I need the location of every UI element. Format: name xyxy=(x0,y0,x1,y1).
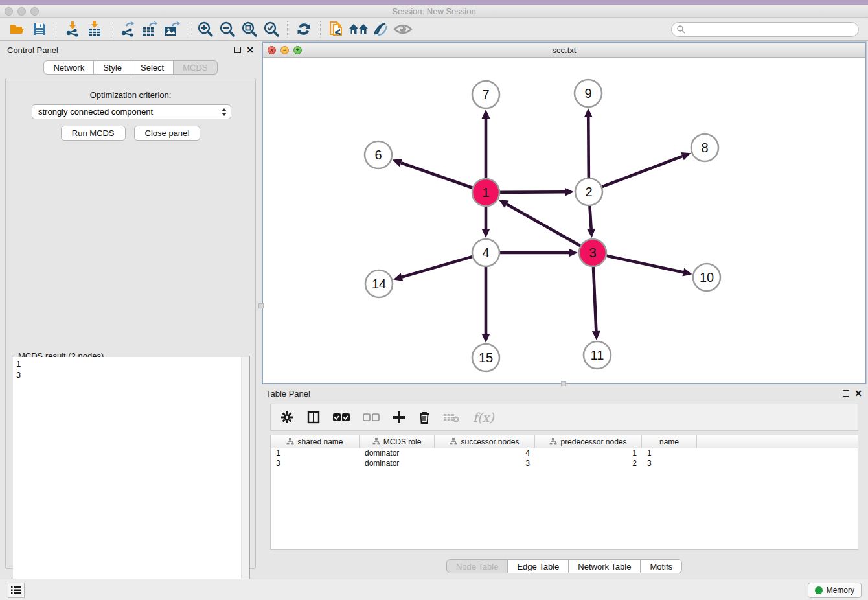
close-panel-icon[interactable]: ✕ xyxy=(246,47,254,53)
column-header-MCDS-role[interactable]: MCDS role xyxy=(360,435,435,448)
window-edge xyxy=(0,0,868,5)
edge-2-8[interactable] xyxy=(602,156,683,187)
float-table-panel-icon[interactable] xyxy=(843,390,849,397)
edge-3-11[interactable] xyxy=(593,267,596,331)
export-table-icon[interactable] xyxy=(139,19,161,39)
status-bar: Memory xyxy=(0,579,868,600)
main-toolbar xyxy=(0,18,868,41)
arrowhead-3-11 xyxy=(592,331,600,340)
search-box[interactable] xyxy=(671,22,859,37)
edge-1-2[interactable] xyxy=(500,192,565,192)
search-input[interactable] xyxy=(685,25,858,34)
toolbar-separator xyxy=(320,21,321,38)
search-icon xyxy=(676,25,685,34)
edge-2-3[interactable] xyxy=(589,206,591,229)
zoom-in-icon[interactable] xyxy=(194,19,216,39)
optimization-criterion-label: Optimization criterion: xyxy=(6,90,255,100)
show-all-icon[interactable] xyxy=(392,19,414,39)
edge-3-1[interactable] xyxy=(507,204,580,246)
zoom-fit-icon[interactable] xyxy=(238,19,260,39)
memory-button[interactable]: Memory xyxy=(808,583,862,598)
export-image-icon[interactable] xyxy=(161,19,183,39)
network-window-titlebar[interactable]: x − + scc.txt xyxy=(263,43,865,58)
cell-MCDS-role[interactable]: dominator xyxy=(360,459,435,469)
close-table-panel-icon[interactable]: ✕ xyxy=(854,390,862,397)
column-header-name[interactable]: name xyxy=(642,435,697,448)
first-neighbors-icon[interactable] xyxy=(348,19,370,39)
edge-4-14[interactable] xyxy=(402,257,472,277)
tab-network[interactable]: Network xyxy=(43,60,94,75)
cell-shared-name[interactable]: 1 xyxy=(271,448,360,459)
run-mcds-button[interactable]: Run MCDS xyxy=(61,126,126,141)
arrowhead-1-4 xyxy=(482,229,490,238)
cell-predecessor-nodes[interactable]: 2 xyxy=(535,459,642,469)
save-session-icon[interactable] xyxy=(29,19,51,39)
memory-status-icon xyxy=(815,586,823,594)
column-type-icon xyxy=(450,438,457,445)
vertical-splitter-handle[interactable] xyxy=(258,303,264,308)
import-table-icon[interactable] xyxy=(84,19,106,39)
cell-name[interactable]: 3 xyxy=(642,459,697,469)
export-network-icon[interactable] xyxy=(117,19,139,39)
edge-1-6[interactable] xyxy=(401,163,472,188)
show-column-panel-icon[interactable] xyxy=(307,411,320,424)
node-label-9: 9 xyxy=(584,86,591,100)
float-panel-icon[interactable] xyxy=(234,47,241,53)
arrowhead-1-7 xyxy=(482,110,490,119)
hide-selected-icon[interactable] xyxy=(370,19,392,39)
column-header-predecessor-nodes[interactable]: predecessor nodes xyxy=(535,435,642,448)
select-all-icon[interactable] xyxy=(333,413,350,422)
column-header-successor-nodes[interactable]: successor nodes xyxy=(435,435,535,448)
cell-name[interactable]: 1 xyxy=(642,448,697,459)
edge-2-9[interactable] xyxy=(588,117,589,178)
column-type-icon xyxy=(286,438,294,445)
import-network-icon[interactable] xyxy=(62,19,84,39)
tab-edge-table[interactable]: Edge Table xyxy=(508,559,569,573)
cell-successor-nodes[interactable]: 4 xyxy=(435,448,535,459)
tab-network-table[interactable]: Network Table xyxy=(569,559,641,573)
table-row[interactable]: 3dominator323 xyxy=(271,459,858,469)
control-panel: Control Panel ✕ NetworkStyleSelectMCDS O… xyxy=(3,42,258,571)
node-label-8: 8 xyxy=(701,141,708,155)
table-tabs: Node TableEdge TableNetwork TableMotifs xyxy=(262,559,866,573)
toolbar-separator xyxy=(287,21,288,38)
task-history-button[interactable] xyxy=(8,583,25,598)
node-label-6: 6 xyxy=(374,148,382,162)
cell-predecessor-nodes[interactable]: 1 xyxy=(535,448,642,459)
zoom-selected-icon[interactable] xyxy=(260,19,282,39)
mcds-result-text[interactable]: 1 3 xyxy=(13,357,249,600)
toolbar-separator xyxy=(111,21,111,38)
node-label-7: 7 xyxy=(482,87,489,102)
column-type-icon xyxy=(372,438,380,445)
toolbar-separator xyxy=(188,21,188,38)
column-header-shared-name[interactable]: shared name xyxy=(271,435,360,448)
result-scrollbar[interactable] xyxy=(241,357,249,600)
criterion-dropdown[interactable]: strongly connected component xyxy=(32,104,231,119)
delete-column-icon[interactable] xyxy=(443,411,460,423)
arrowhead-2-3 xyxy=(587,229,595,238)
app-titlebar: Session: New Session xyxy=(0,5,868,18)
memory-label: Memory xyxy=(827,586,854,595)
tab-style[interactable]: Style xyxy=(94,60,131,75)
cell-shared-name[interactable]: 3 xyxy=(271,459,360,469)
zoom-out-icon[interactable] xyxy=(216,19,238,39)
delete-row-icon[interactable] xyxy=(418,411,430,424)
refresh-layout-icon[interactable] xyxy=(293,19,315,39)
table-row[interactable]: 1dominator411 xyxy=(271,448,858,459)
tab-select[interactable]: Select xyxy=(131,60,174,75)
cell-successor-nodes[interactable]: 3 xyxy=(435,459,535,469)
tab-motifs[interactable]: Motifs xyxy=(641,559,682,573)
close-panel-button[interactable]: Close panel xyxy=(134,126,201,141)
arrowhead-4-3 xyxy=(569,249,578,257)
tab-node-table[interactable]: Node Table xyxy=(446,559,508,573)
edge-3-10[interactable] xyxy=(607,256,683,273)
open-session-icon[interactable] xyxy=(6,19,29,39)
table-settings-icon[interactable] xyxy=(280,410,294,424)
deselect-all-icon[interactable] xyxy=(363,413,380,422)
add-row-icon[interactable] xyxy=(393,411,405,424)
cell-MCDS-role[interactable]: dominator xyxy=(360,448,435,459)
tab-mcds[interactable]: MCDS xyxy=(174,60,217,75)
network-canvas[interactable]: 7968124314101511 xyxy=(263,58,865,383)
function-builder-icon: f(x) xyxy=(473,410,494,424)
copy-network-icon[interactable] xyxy=(326,19,348,39)
